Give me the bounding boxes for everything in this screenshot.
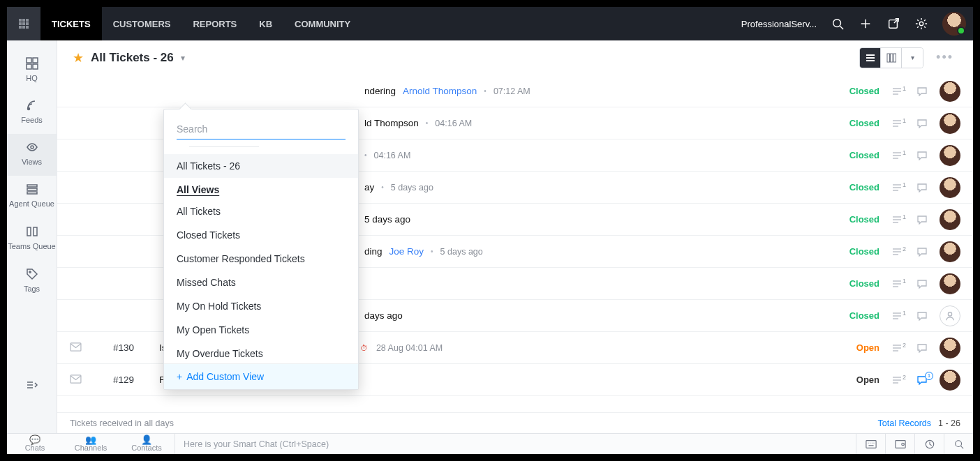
add-icon[interactable]: [852, 7, 879, 40]
ticket-time: 28 Aug 04:01 AM: [376, 343, 443, 353]
view-option[interactable]: All Tickets: [164, 199, 358, 223]
assignee-avatar[interactable]: [940, 81, 960, 102]
kanban-view-button[interactable]: [881, 48, 902, 68]
collapse-icon: [7, 379, 57, 393]
rail-item-hq[interactable]: HQ: [7, 50, 57, 92]
ticket-form-icon[interactable]: [885, 434, 914, 455]
comment-icon: [914, 279, 930, 289]
svg-rect-26: [34, 227, 37, 236]
bottom-item-contacts[interactable]: 👤 Contacts: [119, 436, 175, 452]
bottom-search-icon[interactable]: [944, 434, 973, 455]
svg-rect-8: [26, 26, 29, 29]
envelope-icon: [70, 375, 82, 386]
assignee-avatar[interactable]: [940, 273, 960, 294]
record-range: 1 - 26: [938, 418, 960, 428]
nav-tab-tickets[interactable]: TICKETS: [40, 7, 102, 40]
ticket-time: 04:16 AM: [435, 119, 472, 128]
assignee-avatar[interactable]: [940, 305, 960, 326]
svg-point-27: [29, 271, 30, 273]
svg-rect-5: [26, 22, 29, 25]
org-switcher[interactable]: ProfessionalServ...: [741, 19, 817, 29]
popout-icon[interactable]: [879, 7, 907, 40]
svg-rect-70: [70, 342, 81, 350]
grid-icon: [7, 57, 57, 71]
search-icon[interactable]: [824, 7, 852, 40]
assignee-avatar[interactable]: [940, 209, 960, 230]
ticket-status: Closed: [838, 310, 879, 321]
app-launcher-icon[interactable]: [7, 7, 40, 40]
comment-icon: [914, 151, 930, 160]
thread-count-icon: 2: [889, 343, 905, 353]
rail-collapse-toggle[interactable]: [7, 372, 57, 405]
svg-rect-33: [866, 60, 875, 61]
comment-icon: [914, 183, 930, 192]
assignee-avatar[interactable]: [940, 177, 960, 198]
bottom-item-chats[interactable]: 💬 Chats: [7, 436, 63, 452]
teams-queue-icon: [7, 225, 57, 239]
view-option[interactable]: Closed Tickets: [164, 223, 358, 247]
views-search-input[interactable]: [177, 119, 346, 139]
list-view-button[interactable]: [860, 48, 881, 68]
view-option[interactable]: My On Hold Tickets: [164, 294, 358, 318]
ticket-status: Closed: [838, 86, 879, 96]
nav-tab-reports[interactable]: REPORTS: [181, 7, 248, 40]
chevron-down-icon[interactable]: ▾: [181, 53, 185, 63]
nav-tab-community[interactable]: COMMUNITY: [283, 7, 362, 40]
smart-chat-input[interactable]: Here is your Smart Chat (Ctrl+Space): [175, 434, 856, 454]
add-custom-view-button[interactable]: + Add Custom View: [164, 363, 358, 389]
comment-icon: [914, 86, 930, 96]
assignee-avatar[interactable]: [940, 370, 960, 391]
comment-icon: [914, 311, 930, 321]
ticket-contact[interactable]: Arnold Thompson: [403, 86, 477, 96]
assignee-avatar[interactable]: [940, 338, 960, 358]
history-icon[interactable]: [914, 434, 944, 455]
view-mode-dropdown[interactable]: ▾: [902, 48, 923, 68]
view-option[interactable]: My Overdue Tickets: [164, 342, 358, 363]
ticket-status: Closed: [838, 118, 879, 128]
assignee-avatar[interactable]: [940, 145, 960, 166]
profile-avatar[interactable]: [942, 12, 966, 36]
view-option[interactable]: My Open Tickets: [164, 318, 358, 342]
ticket-subject: ndering: [364, 86, 396, 96]
rail-item-feeds[interactable]: Feeds: [7, 92, 57, 134]
view-option[interactable]: Customer Responded Tickets: [164, 247, 358, 271]
rail-item-tags[interactable]: Tags: [7, 261, 57, 303]
ticket-id: #130: [113, 342, 152, 353]
keyboard-icon[interactable]: [856, 434, 885, 455]
overdue-icon: ⏱: [360, 344, 368, 352]
ticket-row[interactable]: nderingArnold Thompson•07:12 AMClosed1: [57, 75, 973, 107]
ticket-contact[interactable]: Joe Roy: [389, 246, 424, 257]
more-options-icon[interactable]: •••: [932, 47, 958, 68]
settings-gear-icon[interactable]: [907, 7, 935, 40]
svg-point-15: [919, 22, 923, 25]
ticket-status: Closed: [838, 182, 879, 192]
star-icon[interactable]: ★: [73, 50, 84, 66]
views-icon: [7, 141, 57, 155]
svg-point-20: [27, 108, 29, 110]
total-records-link[interactable]: Total Records: [878, 418, 931, 428]
svg-line-10: [840, 27, 844, 30]
contacts-icon: 👤: [119, 436, 175, 444]
bottom-label: Chats: [25, 444, 45, 452]
thread-count-icon: 2: [889, 375, 905, 385]
view-option-current[interactable]: All Tickets - 26: [164, 154, 358, 178]
ticket-status: Closed: [838, 246, 879, 257]
rail-label: Views: [22, 158, 42, 166]
assignee-avatar[interactable]: [940, 113, 960, 134]
svg-point-87: [955, 440, 961, 446]
view-title[interactable]: All Tickets - 26: [91, 51, 174, 65]
nav-tab-customers[interactable]: CUSTOMERS: [102, 7, 182, 40]
thread-count-icon: 1: [889, 183, 905, 192]
view-option[interactable]: Missed Chats: [164, 271, 358, 294]
rail-item-agent-queue[interactable]: Agent Queue: [7, 176, 57, 218]
ticket-status: Closed: [838, 150, 879, 160]
rail-item-views[interactable]: Views: [7, 134, 57, 176]
assignee-avatar[interactable]: [940, 241, 960, 262]
feed-icon: [7, 99, 57, 113]
rail-item-teams-queue[interactable]: Teams Queue: [7, 218, 57, 261]
svg-rect-2: [26, 19, 29, 22]
tag-icon: [7, 268, 57, 282]
svg-rect-31: [866, 54, 875, 56]
nav-tab-kb[interactable]: KB: [248, 7, 283, 40]
bottom-item-channels[interactable]: 👥 Channels: [63, 436, 119, 452]
